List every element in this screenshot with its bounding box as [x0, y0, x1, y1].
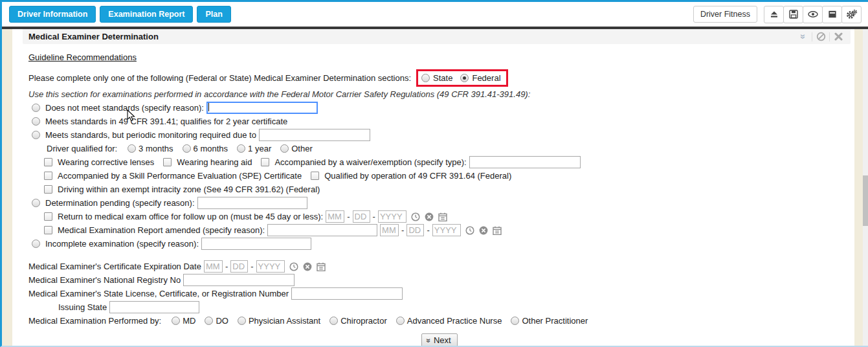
close-icon[interactable]	[830, 29, 847, 44]
intracity-zone-checkbox[interactable]	[44, 185, 52, 194]
scrollbar-thumb[interactable]	[863, 175, 868, 226]
return-followup-checkbox[interactable]	[44, 212, 52, 221]
eye-icon	[807, 9, 819, 19]
return-date-year-input[interactable]	[378, 210, 406, 223]
nav-plan-button[interactable]: Plan	[197, 6, 230, 23]
clear-icon[interactable]	[303, 262, 312, 271]
periodic-monitoring-input[interactable]	[259, 129, 370, 141]
cert-expiration-label: Medical Examiner's Certificate Expiratio…	[28, 262, 201, 271]
qualified-3-months-radio[interactable]	[128, 144, 136, 153]
cert-exp-year-input[interactable]	[256, 260, 285, 273]
state-radio-label: State	[433, 73, 452, 83]
performed-by-pa-label: Physician Assistant	[249, 316, 320, 326]
archive-button[interactable]	[822, 6, 842, 23]
return-date-month-input[interactable]	[326, 210, 344, 223]
periodic-monitoring-label: Meets standards, but periodic monitoring…	[45, 130, 256, 140]
performed-by-label: Medical Examination Performed by:	[28, 316, 161, 326]
does-not-meet-reason-input[interactable]	[206, 102, 318, 114]
determination-pending-radio[interactable]	[32, 199, 40, 207]
incomplete-exam-label: Incomplete examination (specify reason):	[45, 239, 199, 249]
qualified-6-months-radio[interactable]	[183, 144, 191, 153]
section-instruction: Please complete only one of the followin…	[28, 73, 411, 83]
calendar-icon[interactable]	[493, 226, 502, 235]
guideline-recommendations-link[interactable]: Guideline Recommendations	[28, 52, 137, 62]
hearing-aid-checkbox[interactable]	[163, 158, 172, 166]
next-button-label: Next	[434, 335, 451, 345]
performed-by-apn-label: Advanced Practice Nurse	[407, 316, 502, 326]
right-margin-strip	[854, 29, 863, 346]
performed-by-chiro-radio[interactable]	[329, 317, 338, 325]
determination-pending-input[interactable]	[197, 197, 307, 209]
cfr-39164-label: Qualified by operation of 49 CFR 391.64 …	[324, 171, 511, 181]
registry-no-input[interactable]	[183, 274, 295, 286]
next-button[interactable]: » Next	[421, 333, 457, 347]
cert-exp-month-input[interactable]	[204, 260, 223, 273]
amended-date-year-input[interactable]	[432, 224, 461, 236]
qualified-other-radio[interactable]	[280, 144, 289, 153]
waiver-exemption-checkbox[interactable]	[261, 158, 269, 166]
report-amended-label: Medical Examination Report amended (spec…	[58, 225, 265, 235]
med-examiner-panel: Medical Examiner Determination » Guideli…	[23, 29, 851, 347]
state-license-input[interactable]	[291, 287, 403, 300]
incomplete-exam-radio[interactable]	[32, 240, 40, 248]
spe-certificate-checkbox[interactable]	[44, 172, 52, 180]
collapse-chevrons-icon[interactable]: »	[795, 29, 812, 44]
performed-by-pa-radio[interactable]	[238, 317, 246, 325]
does-not-meet-label: Does not meet standards (specify reason)…	[45, 103, 204, 113]
meets-standards-label: Meets standards in 49 CFR 391.41; qualif…	[45, 117, 287, 126]
state-license-label: Medical Examiner's State License, Certif…	[28, 289, 289, 298]
clock-icon[interactable]	[411, 212, 420, 221]
corrective-lenses-checkbox[interactable]	[44, 158, 52, 166]
state-radio[interactable]	[421, 74, 430, 82]
qualified-1-year-radio[interactable]	[237, 144, 245, 153]
calendar-icon[interactable]	[438, 212, 447, 221]
performed-by-other-radio[interactable]	[511, 317, 519, 325]
settings-button[interactable]	[841, 6, 862, 23]
calendar-icon[interactable]	[317, 262, 326, 271]
cfr-39164-checkbox[interactable]	[311, 172, 319, 180]
issuing-state-input[interactable]	[109, 301, 199, 313]
performed-by-do-label: DO	[216, 316, 228, 326]
amended-reason-input[interactable]	[267, 224, 377, 236]
cert-exp-day-input[interactable]	[230, 260, 248, 273]
clear-icon[interactable]	[479, 226, 488, 235]
clear-icon[interactable]	[425, 212, 434, 221]
federal-radio[interactable]	[460, 74, 469, 82]
periodic-monitoring-radio[interactable]	[32, 131, 40, 139]
gears-icon	[846, 9, 858, 20]
disable-icon[interactable]	[812, 29, 829, 44]
save-button[interactable]	[783, 6, 803, 23]
content-area: Medical Examiner Determination » Guideli…	[2, 29, 868, 346]
qualified-3-months-label: 3 months	[139, 144, 173, 153]
driver-fitness-button[interactable]: Driver Fitness	[693, 6, 757, 23]
waiver-type-input[interactable]	[469, 156, 581, 168]
date-separator: -	[225, 262, 228, 271]
double-chevron-down-icon: »	[425, 338, 434, 342]
determination-form: Guideline Recommendations Please complet…	[23, 44, 851, 347]
app-window: Driver Information Examination Report Pl…	[0, 0, 868, 347]
amended-date-day-input[interactable]	[406, 224, 424, 236]
clock-icon[interactable]	[465, 226, 474, 235]
preview-button[interactable]	[803, 6, 823, 23]
vertical-scrollbar[interactable]	[863, 29, 868, 346]
eject-button[interactable]	[764, 6, 784, 23]
corrective-lenses-label: Wearing corrective lenses	[58, 157, 154, 167]
performed-by-apn-radio[interactable]	[396, 317, 405, 325]
text-caret	[208, 103, 209, 111]
performed-by-md-radio[interactable]	[172, 317, 180, 325]
incomplete-reason-input[interactable]	[201, 238, 311, 250]
nav-driver-information-button[interactable]: Driver Information	[9, 6, 96, 23]
nav-examination-report-button[interactable]: Examination Report	[100, 6, 193, 23]
performed-by-do-radio[interactable]	[205, 317, 213, 325]
report-amended-checkbox[interactable]	[44, 226, 52, 234]
clock-icon[interactable]	[289, 262, 298, 271]
return-date-day-input[interactable]	[353, 210, 370, 223]
amended-date-month-input[interactable]	[380, 224, 399, 236]
top-toolbar: Driver Information Examination Report Pl…	[2, 2, 868, 27]
does-not-meet-radio[interactable]	[32, 104, 40, 112]
federal-radio-label: Federal	[472, 73, 500, 83]
meets-standards-radio[interactable]	[32, 117, 40, 126]
performed-by-md-label: MD	[183, 316, 195, 326]
driver-qualified-label: Driver qualified for:	[47, 144, 117, 153]
toolbar-actions: Driver Fitness	[693, 6, 862, 23]
